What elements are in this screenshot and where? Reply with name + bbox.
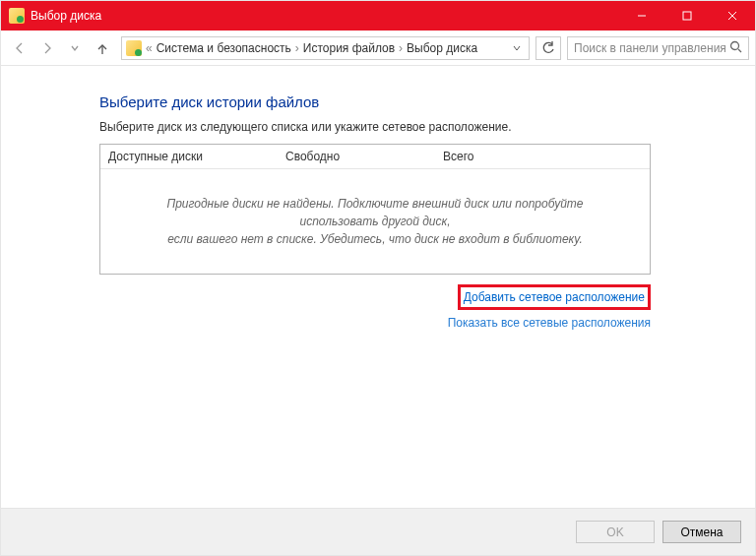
back-button[interactable] [7, 36, 32, 60]
cancel-button[interactable]: Отмена [662, 521, 741, 543]
col-total[interactable]: Всего [435, 145, 650, 168]
page-heading: Выберите диск истории файлов [99, 93, 755, 110]
refresh-button[interactable] [536, 36, 561, 60]
breadcrumb-item[interactable]: Система и безопасность [157, 41, 291, 55]
svg-rect-1 [683, 12, 691, 20]
window-title: Выбор диска [31, 9, 101, 23]
svg-point-5 [731, 41, 739, 49]
content-area: Выберите диск истории файлов Выберите ди… [1, 66, 755, 508]
maximize-button[interactable] [664, 1, 710, 31]
search-input[interactable]: Поиск в панели управления [567, 36, 749, 60]
folder-icon [126, 40, 142, 56]
page-subtext: Выберите диск из следующего списка или у… [99, 120, 755, 134]
add-network-link[interactable]: Добавить сетевое расположение [464, 290, 645, 304]
empty-line1: Пригодные диски не найдены. Подключите в… [130, 195, 620, 230]
ok-button: OK [576, 521, 655, 543]
highlight-box: Добавить сетевое расположение [458, 284, 651, 310]
breadcrumb-prefix: « [146, 41, 153, 55]
empty-state: Пригодные диски не найдены. Подключите в… [100, 169, 650, 274]
svg-line-6 [738, 49, 741, 52]
show-all-link[interactable]: Показать все сетевые расположения [448, 316, 651, 330]
window-controls [619, 1, 755, 31]
titlebar: Выбор диска [1, 1, 755, 31]
col-free[interactable]: Свободно [278, 145, 435, 168]
up-button[interactable] [90, 36, 115, 60]
table-header: Доступные диски Свободно Всего [100, 145, 650, 169]
footer: OK Отмена [1, 508, 755, 555]
minimize-button[interactable] [619, 1, 664, 31]
close-button[interactable] [710, 1, 755, 31]
recent-dropdown[interactable] [62, 36, 88, 60]
col-available[interactable]: Доступные диски [100, 145, 278, 168]
disk-table: Доступные диски Свободно Всего Пригодные… [99, 144, 651, 275]
search-icon [729, 40, 742, 56]
search-placeholder: Поиск в панели управления [574, 41, 729, 55]
breadcrumb-item[interactable]: Выбор диска [407, 41, 477, 55]
chevron-right-icon: › [295, 41, 299, 55]
app-icon [9, 8, 25, 24]
links: Добавить сетевое расположение Показать в… [99, 284, 651, 330]
navbar: « Система и безопасность › История файло… [1, 31, 755, 66]
address-bar[interactable]: « Система и безопасность › История файло… [121, 36, 530, 60]
breadcrumb-item[interactable]: История файлов [303, 41, 395, 55]
chevron-right-icon: › [399, 41, 403, 55]
forward-button[interactable] [34, 36, 60, 60]
address-dropdown[interactable] [509, 37, 525, 59]
empty-line2: если вашего нет в списке. Убедитесь, что… [130, 230, 620, 248]
